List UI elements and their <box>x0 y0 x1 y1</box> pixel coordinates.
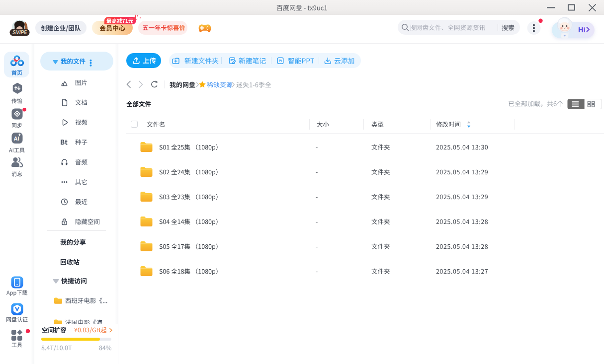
svg-text:Hi: Hi <box>578 26 586 34</box>
svg-text:SVIP5: SVIP5 <box>12 30 27 35</box>
svg-text:AI: AI <box>14 136 19 142</box>
svg-text:P: P <box>278 59 281 63</box>
